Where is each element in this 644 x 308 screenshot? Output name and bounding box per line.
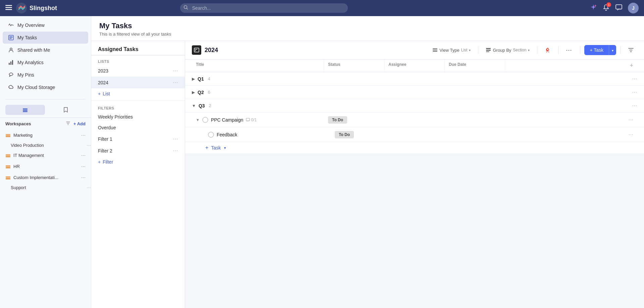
workspace-item-custom-implementation[interactable]: Custom Implementati... ⋯ — [0, 172, 91, 183]
search-input[interactable] — [180, 3, 348, 13]
svg-rect-16 — [6, 134, 10, 135]
section-q1-name: Q1 — [198, 76, 204, 82]
filter-1-label: Filter 1 — [98, 136, 173, 142]
sidebar-item-shared-with-me[interactable]: Shared with Me — [3, 44, 88, 56]
section-q1-count: 4 — [208, 76, 210, 81]
task-ppc-status-badge[interactable]: To Do — [328, 116, 347, 124]
sidebar-item-my-tasks[interactable]: My Tasks — [3, 32, 88, 44]
workspace-sub-more-video-production[interactable]: ⋯ — [87, 143, 91, 148]
add-workspace-button[interactable]: + Add — [73, 121, 86, 126]
svg-rect-24 — [6, 178, 10, 178]
workspace-item-it-management[interactable]: IT Management ⋯ — [0, 150, 91, 161]
sidebar-item-my-cloud-storage[interactable]: My Cloud Storage — [3, 81, 88, 93]
toolbar-separator-4 — [580, 46, 580, 54]
content-area: My Tasks This is a filtered view of all … — [91, 16, 644, 308]
workspace-more-it[interactable]: ⋯ — [81, 153, 86, 158]
sidebar-tabs — [0, 102, 91, 118]
task-row-feedback: Feedback To Do ⋯ — [185, 127, 644, 142]
ai-sparkle-icon[interactable] — [590, 4, 597, 12]
workspace-sub-name-video-production: Video Production — [11, 143, 44, 148]
section-q1-more-icon[interactable]: ⋯ — [632, 76, 637, 82]
list-item-2024-more[interactable]: ⋯ — [173, 79, 178, 86]
panel-divider — [91, 100, 185, 101]
task-feedback-more-icon[interactable]: ⋯ — [629, 132, 633, 137]
add-list-button[interactable]: + List — [91, 88, 185, 99]
section-q2-more-icon[interactable]: ⋯ — [632, 89, 637, 95]
add-task-dropdown-icon[interactable]: ▾ — [224, 146, 226, 150]
sidebar-item-my-overview[interactable]: My Overview — [3, 19, 88, 31]
filter-button[interactable] — [625, 45, 637, 55]
section-q1[interactable]: ▶ Q1 4 ⋯ — [185, 72, 644, 86]
left-panel: Assigned Tasks LISTS 2023 ⋯ 2024 ⋯ + Lis… — [91, 41, 185, 308]
chat-icon[interactable] — [615, 4, 623, 12]
two-panel-layout: Assigned Tasks LISTS 2023 ⋯ 2024 ⋯ + Lis… — [91, 41, 644, 308]
user-avatar[interactable]: J — [628, 3, 639, 13]
add-filter-plus-icon: + — [98, 159, 101, 165]
assigned-tasks-header: Assigned Tasks — [91, 41, 185, 55]
sort-icon[interactable] — [65, 121, 71, 127]
svg-rect-22 — [6, 166, 10, 166]
view-type-label: View Type — [439, 48, 460, 53]
workspace-item-marketing[interactable]: Marketing ⋯ — [0, 130, 91, 141]
add-column-icon[interactable]: + — [630, 62, 633, 69]
task-ppc-more-icon[interactable]: ⋯ — [629, 117, 633, 123]
task-ppc-expand-chevron-icon[interactable]: ▼ — [196, 118, 200, 122]
task-ppc-checkbox[interactable] — [202, 117, 208, 123]
task-ppc-due-date-cell — [445, 117, 505, 123]
workspace-more-marketing[interactable]: ⋯ — [81, 133, 86, 138]
section-q2-count: 6 — [208, 90, 210, 95]
workspace-sub-support[interactable]: Support ⋯ — [0, 183, 91, 192]
sidebar-item-my-pins[interactable]: My Pins — [3, 69, 88, 81]
app-logo[interactable]: Slingshot — [16, 3, 57, 13]
workspace-name-marketing: Marketing — [13, 133, 78, 138]
add-task-plus-icon: + — [205, 145, 208, 151]
section-q3-more-icon[interactable]: ⋯ — [632, 102, 637, 109]
workspace-item-hr[interactable]: HR ⋯ — [0, 161, 91, 172]
notification-icon[interactable]: 1 — [602, 4, 610, 12]
filters-label: FILTERS — [91, 102, 185, 112]
filter-weekly-priorities[interactable]: Weekly Priorities — [91, 112, 185, 122]
sidebar-tab-layers[interactable] — [5, 105, 45, 115]
filter-2-more[interactable]: ⋯ — [173, 147, 178, 154]
group-by-button[interactable]: Group By Section ▾ — [482, 45, 533, 55]
list-item-2023[interactable]: 2023 ⋯ — [91, 65, 185, 77]
list-item-2024-label: 2024 — [98, 80, 173, 85]
workspace-more-hr[interactable]: ⋯ — [81, 164, 86, 169]
workspace-name-hr: HR — [13, 164, 78, 169]
section-q3[interactable]: ▼ Q3 2 ⋯ — [185, 99, 644, 113]
new-task-button-group: + Task ▾ — [584, 45, 616, 55]
person-icon — [8, 47, 14, 53]
svg-rect-15 — [6, 135, 10, 136]
workspace-sub-video-production[interactable]: Video Production ⋯ — [0, 141, 91, 150]
task-feedback-status-cell: To Do — [331, 128, 391, 141]
workspace-layers-icon-marketing — [5, 132, 11, 138]
hamburger-menu-icon[interactable] — [5, 4, 12, 12]
task-ppc-status-cell: To Do — [324, 114, 384, 126]
more-options-button[interactable]: ⋯ — [562, 44, 576, 56]
list-item-2024[interactable]: 2024 ⋯ — [91, 77, 185, 88]
add-filter-button[interactable]: + Filter — [91, 157, 185, 167]
new-task-dropdown-button[interactable]: ▾ — [609, 45, 616, 55]
workspace-sub-more-support[interactable]: ⋯ — [87, 185, 91, 190]
add-task-row[interactable]: + Task ▾ — [185, 142, 644, 154]
add-list-plus-icon: + — [98, 91, 101, 96]
filter-2[interactable]: Filter 2 ⋯ — [91, 145, 185, 157]
toolbar-separator-2 — [537, 46, 537, 54]
filter-1[interactable]: Filter 1 ⋯ — [91, 133, 185, 145]
list-item-2023-more[interactable]: ⋯ — [173, 68, 178, 74]
filter-1-more[interactable]: ⋯ — [173, 136, 178, 142]
task-feedback-checkbox[interactable] — [208, 132, 214, 138]
section-q2[interactable]: ▶ Q2 6 ⋯ — [185, 86, 644, 99]
task-list: ▶ Q1 4 ⋯ ▶ Q2 6 ⋯ ▼ Q3 — [185, 72, 644, 308]
workspace-more-custom[interactable]: ⋯ — [81, 175, 86, 180]
sidebar-item-my-analytics[interactable]: My Analytics — [3, 56, 88, 69]
svg-rect-18 — [6, 156, 10, 156]
th-add-column[interactable]: + — [505, 59, 637, 72]
filter-overdue[interactable]: Overdue — [91, 122, 185, 133]
task-feedback-status-badge[interactable]: To Do — [335, 131, 354, 138]
sidebar-tab-bookmark[interactable] — [46, 105, 86, 115]
svg-rect-12 — [23, 108, 28, 109]
new-task-button[interactable]: + Task — [584, 45, 609, 55]
rocket-icon-button[interactable] — [541, 45, 554, 55]
view-type-button[interactable]: View Type List ▾ — [429, 45, 474, 55]
